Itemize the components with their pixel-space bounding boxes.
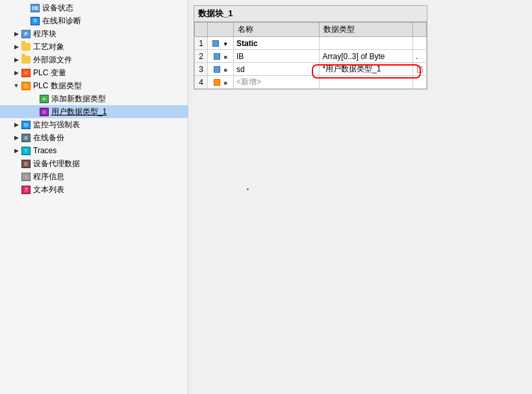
text-list-icon: 文	[21, 184, 31, 195]
row-type-3: *用户数据类型_1	[320, 63, 413, 76]
device-state-icon: DB	[30, 3, 40, 13]
online-diagnose-icon: ⚙	[30, 16, 40, 26]
row-type-4	[320, 76, 413, 89]
row-type-1	[320, 37, 413, 50]
row-type-2: Array[0..3] of Byte	[320, 50, 413, 63]
col-type: 数据类型	[320, 23, 413, 37]
external-source-icon	[21, 55, 31, 65]
sidebar-item-plc-datatype[interactable]: ▼ D PLC 数据类型	[0, 79, 188, 92]
row-extra-1	[413, 37, 427, 50]
sidebar-label-craft-object: 工艺对象	[33, 42, 188, 53]
row-name-3[interactable]: sd	[234, 63, 320, 76]
table-row-new[interactable]: 4 ■ <新增>	[195, 76, 427, 89]
sidebar-label-online-backup: 在线备份	[33, 132, 188, 143]
row-name-1[interactable]: Static	[234, 37, 320, 50]
row-extra-2: .	[413, 50, 427, 63]
sidebar-item-online-diagnose[interactable]: ⚙ 在线和诊断	[0, 14, 188, 27]
row-num-3: 3	[195, 63, 208, 76]
sidebar-label-monitor-force: 监控与强制表	[33, 119, 188, 130]
program-block-icon: P	[21, 29, 31, 39]
row-icon-4: ■	[208, 76, 234, 89]
dot-marker	[247, 188, 249, 190]
table-row[interactable]: 1 ▼ Static	[195, 37, 427, 50]
row-num-1: 1	[195, 37, 208, 50]
sidebar-item-craft-object[interactable]: ▶ 工艺对象	[0, 40, 188, 53]
sidebar-label-traces: Traces	[33, 146, 188, 155]
toggle-monitor-force: ▶	[12, 121, 21, 128]
plc-variable-icon: V	[21, 68, 31, 78]
sidebar-item-device-proxy[interactable]: D 设备代理数据	[0, 157, 188, 170]
sidebar-label-external-source: 外部源文件	[33, 55, 188, 66]
row-icon-2: ■	[208, 50, 234, 63]
toggle-program-block: ▶	[12, 31, 21, 37]
sidebar-item-add-datatype[interactable]: + 添加新数据类型	[0, 92, 188, 105]
sidebar-label-plc-variable: PLC 变量	[33, 68, 188, 79]
sidebar-item-user-datatype-1[interactable]: U 用户数据类型_1	[0, 105, 188, 118]
toggle-plc-datatype[interactable]: ▼	[12, 82, 21, 89]
table-title: 数据块_1	[194, 6, 427, 22]
sidebar-item-online-backup[interactable]: ▶ B 在线备份	[0, 131, 188, 144]
col-num	[195, 23, 208, 37]
data-table-container: 数据块_1 名称 数据类型 1	[194, 5, 427, 90]
sidebar-item-traces[interactable]: ▶ T Traces	[0, 144, 188, 157]
row-num-2: 2	[195, 50, 208, 63]
sidebar-label-online-diagnose: 在线和诊断	[42, 16, 188, 27]
main-container: DB 设备状态 ⚙ 在线和诊断 ▶ P 程序块 ▶ 工艺对象	[0, 0, 532, 394]
row-name-2[interactable]: IB	[234, 50, 320, 63]
sidebar-label-device-proxy: 设备代理数据	[33, 158, 188, 169]
sidebar-label-text-list: 文本列表	[33, 184, 188, 195]
user-datatype-1-icon: U	[39, 106, 49, 117]
sidebar-item-program-info[interactable]: i 程序信息	[0, 170, 188, 183]
content-area: 数据块_1 名称 数据类型 1	[188, 0, 532, 394]
row-icon-1: ▼	[208, 37, 234, 50]
col-icon	[208, 23, 234, 37]
table-row[interactable]: 2 ■ IB Array[0..3] of Byte .	[195, 50, 427, 63]
row-num-4: 4	[195, 76, 208, 89]
sidebar-label-plc-datatype: PLC 数据类型	[33, 80, 188, 92]
plc-datatype-icon: D	[21, 80, 31, 91]
sidebar-label-program-info: 程序信息	[33, 171, 188, 182]
program-info-icon: i	[21, 171, 31, 182]
sidebar-label-add-datatype: 添加新数据类型	[51, 93, 188, 105]
col-name: 名称	[234, 23, 320, 37]
sidebar: DB 设备状态 ⚙ 在线和诊断 ▶ P 程序块 ▶ 工艺对象	[0, 0, 188, 394]
sidebar-item-plc-variable[interactable]: ▶ V PLC 变量	[0, 66, 188, 79]
sidebar-label-program-block: 程序块	[33, 29, 188, 40]
sidebar-item-monitor-force[interactable]: ▶ M 监控与强制表	[0, 118, 188, 131]
sidebar-item-text-list[interactable]: 文 文本列表	[0, 183, 188, 196]
add-datatype-icon: +	[39, 93, 49, 104]
monitor-force-icon: M	[21, 119, 31, 130]
sidebar-item-device-state[interactable]: DB 设备状态	[0, 1, 188, 14]
online-backup-icon: B	[21, 132, 31, 143]
device-proxy-icon: D	[21, 158, 31, 169]
toggle-online-backup: ▶	[12, 134, 21, 141]
traces-icon: T	[21, 145, 31, 156]
table-row[interactable]: 3 ■ sd *用户数据类型_1 📋	[195, 63, 427, 76]
toggle-external-source: ▶	[12, 56, 21, 63]
toggle-craft-object: ▶	[12, 43, 21, 50]
data-table: 名称 数据类型 1 ▼ Static	[194, 22, 427, 89]
row-icon-3: ■	[208, 63, 234, 76]
sidebar-item-program-block[interactable]: ▶ P 程序块	[0, 27, 188, 40]
col-extra	[413, 23, 427, 37]
sidebar-label-user-datatype-1: 用户数据类型_1	[51, 106, 188, 117]
row-extra-3: 📋	[413, 63, 427, 76]
row-extra-4	[413, 76, 427, 89]
row-name-4[interactable]: <新增>	[234, 76, 320, 89]
craft-object-icon	[21, 42, 31, 52]
sidebar-label-device-state: 设备状态	[42, 3, 188, 14]
toggle-plc-variable: ▶	[12, 69, 21, 76]
toggle-traces: ▶	[12, 147, 21, 154]
sidebar-item-external-source[interactable]: ▶ 外部源文件	[0, 53, 188, 66]
